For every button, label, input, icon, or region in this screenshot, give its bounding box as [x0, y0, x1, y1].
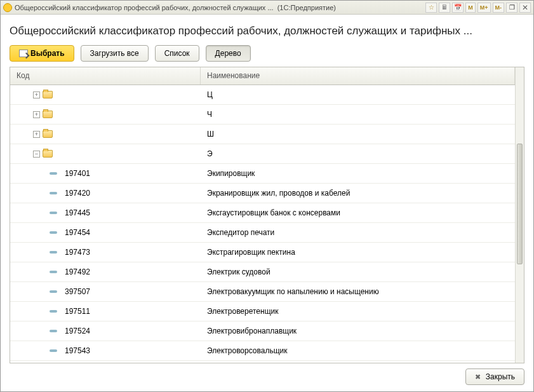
table-row[interactable]: 197420 Экранировщик жил, проводов и кабе…: [10, 184, 515, 203]
select-icon: [19, 50, 28, 57]
code-value: 197492: [65, 267, 90, 276]
group-row[interactable]: − Э: [10, 144, 515, 164]
name-value: Экстрагировщик пектина: [201, 248, 515, 257]
name-value: Экранировщик жил, проводов и кабелей: [201, 189, 515, 198]
window-restore-icon[interactable]: ❐: [506, 3, 517, 13]
item-icon: [50, 231, 57, 234]
folder-icon: [43, 130, 53, 138]
page-title: Общероссийский классификатор профессий р…: [10, 25, 524, 37]
name-value: Электрик судовой: [201, 267, 515, 276]
code-value: 197420: [65, 189, 90, 198]
folder-icon: [43, 91, 53, 98]
item-icon: [50, 330, 57, 332]
table-row[interactable]: 197492 Электрик судовой: [10, 262, 515, 282]
calculator-icon[interactable]: 🖩: [439, 3, 450, 13]
group-row[interactable]: + Ц: [10, 85, 515, 105]
item-icon: [50, 271, 57, 273]
name-value: Электроворсовальщик: [201, 346, 515, 355]
group-label: Ц: [201, 90, 515, 99]
m-minus-button[interactable]: M-: [493, 3, 505, 13]
table-row[interactable]: 197445 Эксгаустировщик банок с консервам…: [10, 203, 515, 223]
folder-icon: [43, 150, 53, 158]
table-row[interactable]: 197562 Электрогазосварщик: [10, 361, 515, 363]
collapse-icon[interactable]: −: [33, 151, 40, 158]
titlebar-tools: ☆ 🖩 📅 M M+ M- ❐ ✕: [425, 3, 531, 13]
item-icon: [50, 251, 57, 253]
col-code[interactable]: Код: [10, 67, 201, 84]
app-icon: [3, 3, 12, 12]
expand-icon[interactable]: +: [33, 91, 40, 98]
titlebar: Общероссийский классификатор профессий р…: [1, 1, 533, 15]
table-row[interactable]: 197473 Экстрагировщик пектина: [10, 243, 515, 262]
item-icon: [50, 212, 57, 214]
group-label: Ш: [201, 130, 515, 139]
col-name[interactable]: Наименование: [201, 67, 515, 84]
expand-icon[interactable]: +: [33, 131, 40, 138]
code-value: 197401: [65, 169, 90, 178]
group-label: Ч: [201, 110, 515, 119]
window-close-icon[interactable]: ✕: [519, 3, 531, 13]
m-plus-button[interactable]: M+: [477, 3, 491, 13]
name-value: Электровакуумщик по напылению и насыщени…: [201, 287, 515, 296]
calendar-icon[interactable]: 📅: [452, 3, 464, 13]
table-row[interactable]: 397507 Электровакуумщик по напылению и н…: [10, 282, 515, 302]
code-value: 397507: [65, 287, 90, 296]
item-icon: [50, 192, 57, 194]
code-value: 197454: [65, 228, 90, 237]
item-icon: [50, 349, 57, 352]
folder-icon: [43, 111, 53, 118]
item-icon: [50, 310, 57, 313]
code-value: 197543: [65, 346, 90, 355]
code-value: 197524: [65, 327, 90, 335]
favorite-icon[interactable]: ☆: [425, 3, 437, 13]
table-header: Код Наименование: [10, 67, 515, 85]
close-icon: ✖: [475, 373, 481, 381]
group-row[interactable]: + Ш: [10, 125, 515, 144]
expand-icon[interactable]: +: [33, 111, 40, 118]
select-button[interactable]: Выбрать: [10, 45, 74, 62]
table-row[interactable]: 197543 Электроворсовальщик: [10, 341, 515, 361]
name-value: Эксгаустировщик банок с консервами: [201, 208, 515, 217]
scrollbar[interactable]: [515, 67, 524, 363]
table-row[interactable]: 197401 Экипировщик: [10, 164, 515, 184]
table-row[interactable]: 197524 Электровибронаплавщик: [10, 321, 515, 341]
scrollbar-thumb[interactable]: [517, 144, 523, 264]
table-row[interactable]: 197511 Электроверетенщик: [10, 302, 515, 321]
load-all-button[interactable]: Загрузить все: [81, 45, 149, 62]
code-value: 197511: [65, 307, 90, 316]
name-value: Электровибронаплавщик: [201, 327, 515, 335]
item-icon: [50, 172, 57, 175]
item-icon: [50, 290, 57, 293]
name-value: Экспедитор печати: [201, 228, 515, 237]
table-row[interactable]: 197454 Экспедитор печати: [10, 223, 515, 243]
name-value: Электроверетенщик: [201, 307, 515, 316]
table: Код Наименование + Ц + Ч + Ш − Э 197401 …: [10, 67, 524, 363]
close-button[interactable]: ✖ Закрыть: [465, 368, 524, 385]
tree-button[interactable]: Дерево: [206, 45, 251, 62]
code-value: 197473: [65, 248, 90, 257]
m-button[interactable]: M: [465, 3, 476, 13]
group-row[interactable]: + Ч: [10, 105, 515, 125]
name-value: Экипировщик: [201, 169, 515, 178]
group-label: Э: [201, 149, 515, 158]
code-value: 197445: [65, 208, 90, 217]
toolbar: Выбрать Загрузить все Список Дерево: [10, 45, 524, 62]
list-button[interactable]: Список: [155, 45, 199, 62]
window-title: Общероссийский классификатор профессий р…: [15, 4, 425, 11]
